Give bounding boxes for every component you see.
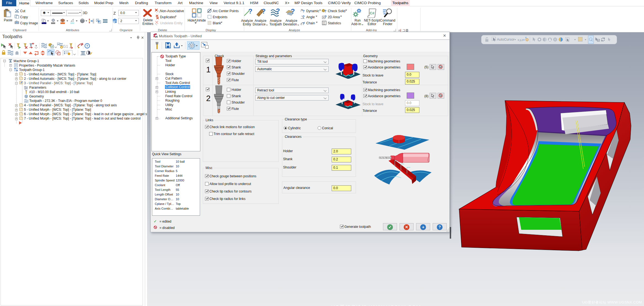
svg-text:C#: C# bbox=[370, 11, 374, 15]
svg-text:?: ? bbox=[262, 8, 266, 15]
svg-text:?: ? bbox=[302, 9, 305, 13]
svg-text:?: ? bbox=[302, 22, 305, 25]
svg-text:25: 25 bbox=[155, 35, 158, 38]
svg-text:?: ? bbox=[248, 8, 252, 15]
svg-text:Σ: Σ bbox=[323, 21, 325, 25]
svg-text:G1: G1 bbox=[63, 44, 68, 49]
svg-text:?: ? bbox=[291, 8, 295, 15]
svg-text:?: ? bbox=[302, 15, 305, 19]
svg-text:?: ? bbox=[324, 15, 327, 19]
svg-text:?: ? bbox=[86, 44, 88, 48]
svg-text:?: ? bbox=[324, 9, 326, 13]
svg-text:?: ? bbox=[276, 8, 280, 15]
